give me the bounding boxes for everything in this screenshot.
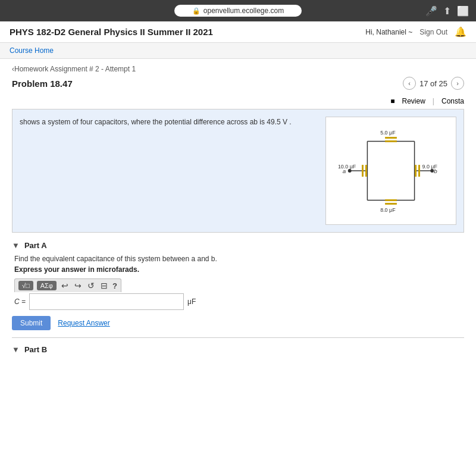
extra-button[interactable]: ⊟ (99, 281, 109, 290)
browser-url-bar[interactable]: 🔒 openvellum.ecollege.com (174, 5, 302, 17)
part-a-description: Find the equivalent capacitance of this … (14, 255, 464, 263)
problem-nav: ‹ 17 of 25 › (403, 77, 464, 90)
breadcrumb[interactable]: ‹Homework Assignment # 2 - Attempt 1 (12, 65, 464, 73)
user-greeting: Hi, Nathaniel ~ (365, 28, 412, 36)
circuit-diagram: a b 10.0 μF 5.0 μF 9.0 μ (325, 117, 456, 225)
input-toolbar: √□ ΑΣφ ↩ ↪ ↺ ⊟ (14, 278, 121, 292)
prev-problem-button[interactable]: ‹ (403, 77, 416, 90)
part-b-toggle[interactable]: ▼ (12, 345, 20, 354)
svg-text:10.0 μF: 10.0 μF (338, 164, 356, 170)
request-answer-button[interactable]: Request Answer (58, 319, 109, 327)
nav-bar: Course Home (0, 43, 476, 59)
problem-text: shows a system of four capacitors, where… (20, 117, 316, 225)
browser-chrome: 🔒 openvellum.ecollege.com 🎤 ⬆ ⬜ (0, 0, 476, 21)
tab-icon[interactable]: ⬜ (457, 5, 469, 17)
part-b-label: Part B (24, 345, 47, 354)
browser-actions: 🎤 ⬆ ⬜ (425, 5, 469, 17)
help-icon[interactable]: ? (112, 281, 117, 290)
review-link[interactable]: Review (402, 97, 425, 105)
page-wrapper: PHYS 182-D2 General Physics II Summer II… (0, 21, 476, 476)
top-bar: PHYS 182-D2 General Physics II Summer II… (0, 21, 476, 43)
part-a-header: ▼ Part A (12, 241, 464, 250)
part-a-label: Part A (24, 241, 47, 250)
greek-button[interactable]: ΑΣφ (37, 281, 57, 290)
submit-button[interactable]: Submit (12, 316, 51, 330)
course-title: PHYS 182-D2 General Physics II Summer II… (10, 27, 213, 37)
svg-text:8.0 μF: 8.0 μF (380, 207, 396, 213)
user-area: Hi, Nathaniel ~ Sign Out 🔔 (365, 26, 466, 37)
undo-button[interactable]: ↩ (60, 281, 70, 290)
review-icon: ■ (390, 97, 394, 105)
tools-bar: ■ Review | Consta (12, 97, 464, 105)
answer-input[interactable] (29, 293, 184, 310)
url-text: openvellum.ecollege.com (203, 7, 284, 15)
answer-row: C = μF (14, 293, 464, 310)
svg-text:5.0 μF: 5.0 μF (380, 130, 396, 136)
consta-link[interactable]: Consta (441, 97, 464, 105)
bell-icon[interactable]: 🔔 (455, 26, 466, 37)
lock-icon: 🔒 (192, 7, 201, 15)
unit-label: μF (187, 298, 196, 306)
part-a-section: ▼ Part A Find the equivalent capacitance… (12, 241, 464, 330)
redo-button[interactable]: ↪ (73, 281, 83, 290)
problem-box: shows a system of four capacitors, where… (12, 109, 464, 233)
mic-icon[interactable]: 🎤 (425, 5, 437, 17)
next-problem-button[interactable]: › (451, 77, 464, 90)
part-a-toggle[interactable]: ▼ (12, 241, 20, 250)
button-row: Submit Request Answer (12, 316, 464, 330)
answer-label: C = (14, 298, 26, 306)
format-button[interactable]: √□ (18, 281, 33, 290)
svg-text:9.0 μF: 9.0 μF (422, 164, 437, 170)
content-area: ‹Homework Assignment # 2 - Attempt 1 Pro… (0, 59, 476, 360)
share-icon[interactable]: ⬆ (443, 5, 451, 17)
course-home-link[interactable]: Course Home (10, 46, 54, 55)
problem-counter: 17 of 25 (419, 79, 447, 88)
divider (12, 337, 464, 338)
part-b-section: ▼ Part B (12, 345, 464, 354)
part-a-instruction: Express your answer in microfarads. (14, 265, 464, 274)
sign-out-link[interactable]: Sign Out (419, 28, 447, 36)
separator: | (433, 97, 434, 105)
reset-button[interactable]: ↺ (86, 281, 96, 290)
problem-title: Problem 18.47 (12, 79, 73, 89)
